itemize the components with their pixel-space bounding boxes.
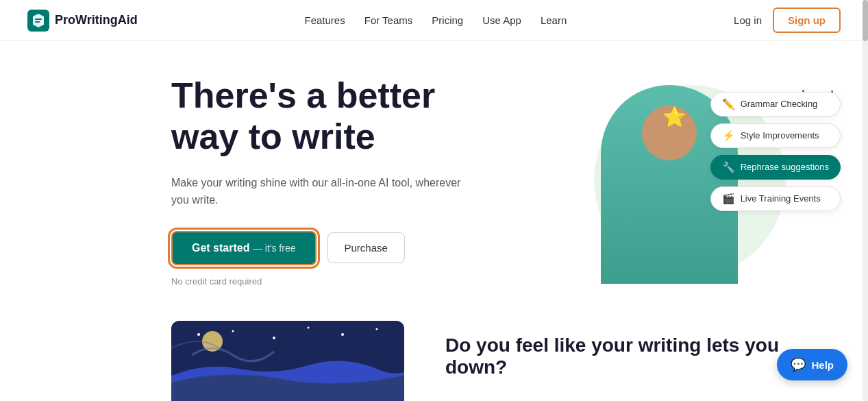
- help-label: Help: [811, 359, 834, 371]
- star-decoration: ⭐: [662, 106, 686, 128]
- hero-note: No credit card required: [171, 276, 480, 287]
- hero-visual: ⭐ ...and more! ↙ ✏️ Grammar Checking ⚡ S…: [553, 78, 841, 284]
- signup-button[interactable]: Sign up: [773, 8, 841, 33]
- logo-icon: [27, 10, 49, 32]
- nav-item-features[interactable]: Features: [305, 14, 345, 26]
- training-icon: 🎬: [722, 193, 735, 205]
- starry-night-artwork: [171, 321, 404, 401]
- nav-item-for-teams[interactable]: For Teams: [364, 14, 413, 26]
- login-link[interactable]: Log in: [734, 14, 762, 26]
- hero-section: There's a better way to write Make your …: [0, 41, 868, 307]
- nav-item-use-app[interactable]: Use App: [482, 14, 521, 26]
- nav-item-learn[interactable]: Learn: [541, 14, 567, 26]
- svg-point-8: [376, 328, 378, 330]
- get-started-button[interactable]: Get started — it's free: [171, 231, 317, 265]
- purchase-button[interactable]: Purchase: [327, 232, 405, 263]
- help-button[interactable]: 💬 Help: [777, 349, 847, 380]
- pill-style-improvements: ⚡ Style Improvements: [710, 123, 841, 148]
- pill-rephrase-suggestions: 🔧 Rephrase suggestions: [710, 155, 841, 180]
- hero-actions: Get started — it's free Purchase: [171, 231, 480, 265]
- brand-name: ProWritingAid: [55, 13, 138, 27]
- svg-point-4: [232, 330, 234, 332]
- pill-grammar-checking: ✏️ Grammar Checking: [710, 92, 841, 117]
- hero-text-block: There's a better way to write Make your …: [171, 75, 480, 287]
- scrollbar-thumb[interactable]: [863, 0, 868, 41]
- grammar-icon: ✏️: [722, 98, 735, 110]
- hero-title: There's a better way to write: [171, 75, 480, 158]
- svg-point-3: [197, 333, 200, 336]
- bottom-section: Do you feel like your writing lets you d…: [0, 307, 868, 401]
- nav-links: Features For Teams Pricing Use App Learn: [305, 14, 567, 27]
- nav-item-pricing[interactable]: Pricing: [432, 14, 463, 26]
- style-icon: ⚡: [722, 130, 735, 142]
- feature-pills: ✏️ Grammar Checking ⚡ Style Improvements…: [710, 92, 841, 211]
- hero-subtitle: Make your writing shine with our all-in-…: [171, 174, 480, 209]
- nav-actions: Log in Sign up: [734, 8, 841, 33]
- rephrase-icon: 🔧: [722, 161, 735, 173]
- svg-point-6: [308, 326, 310, 328]
- help-icon: 💬: [791, 357, 806, 372]
- bottom-image: [171, 321, 404, 401]
- svg-point-5: [273, 337, 275, 339]
- pill-live-training: 🎬 Live Training Events: [710, 186, 841, 211]
- logo[interactable]: ProWritingAid: [27, 10, 138, 32]
- svg-point-7: [341, 333, 344, 336]
- scrollbar[interactable]: [863, 0, 868, 401]
- navbar: ProWritingAid Features For Teams Pricing…: [0, 0, 868, 41]
